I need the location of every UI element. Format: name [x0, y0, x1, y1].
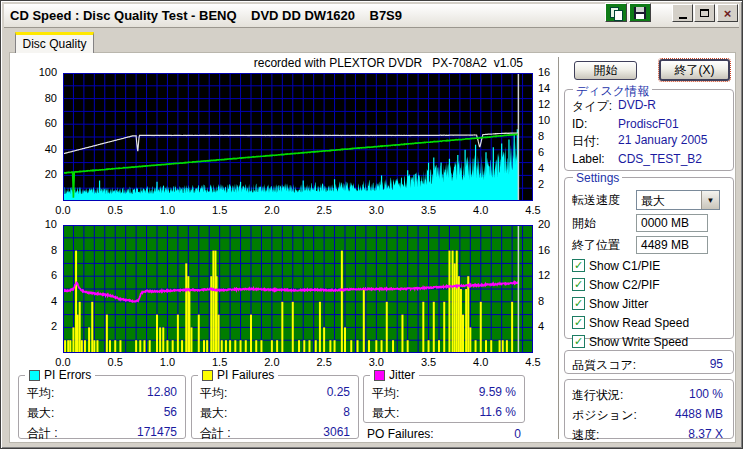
table-row: 平均:9.59 % — [372, 385, 516, 402]
copy-icon — [610, 7, 622, 19]
quality-score-row: 品質スコア:95 — [572, 357, 723, 374]
right-axis-tick-label: 8 — [538, 130, 564, 142]
left-axis-tick-label: 10 — [25, 218, 57, 230]
disc-date-row: 日付:21 January 2005 — [572, 133, 733, 150]
x-axis-tick-label: 0.0 — [48, 204, 78, 216]
bottom-chart — [63, 225, 533, 353]
disc-info-caption: ディスク情報 — [573, 83, 652, 100]
table-row: 合計 :171475 — [27, 425, 177, 442]
left-axis-tick-label: 4 — [25, 295, 57, 307]
start-position-row: 開始 0000 MB — [572, 214, 733, 232]
disc-type-row: タイプ:DVD-R — [572, 98, 733, 115]
pi-failures-swatch-icon — [202, 370, 213, 381]
start-position-field[interactable]: 0000 MB — [636, 214, 708, 232]
save-icon — [634, 7, 646, 19]
transfer-speed-select[interactable]: 最大 ▼ — [636, 190, 720, 210]
progress-row: 進行状況:100 % — [572, 387, 723, 404]
right-axis-tick-label: 6 — [538, 146, 564, 158]
table-row: 合計 :3061 — [200, 425, 350, 442]
checkbox-show-write-speed[interactable]: ✓Show Write Speed — [572, 334, 733, 349]
left-axis-tick-label: 60 — [25, 117, 57, 129]
checkbox-checked-icon: ✓ — [572, 297, 585, 310]
checkbox-checked-icon: ✓ — [572, 335, 585, 348]
end-position-field[interactable]: 4489 MB — [636, 236, 708, 254]
progress-value: 100 % — [689, 387, 723, 404]
right-axis-tick-label: 8 — [538, 295, 564, 307]
pi-failures-legend: PI Failures — [198, 368, 278, 382]
minimize-icon — [679, 17, 687, 19]
x-axis-tick-label: 1.0 — [152, 356, 182, 368]
chevron-down-icon[interactable]: ▼ — [701, 191, 719, 209]
start-button[interactable]: 開始 — [574, 61, 637, 80]
speed-value: 8.37 X — [688, 427, 723, 444]
pi-errors-swatch-icon — [29, 370, 40, 381]
po-failures-value: 0 — [514, 427, 521, 441]
right-axis-tick-label: 14 — [538, 82, 564, 94]
checkbox-show-c1-pie[interactable]: ✓Show C1/PIE — [572, 258, 733, 273]
right-axis-tick-label: 10 — [538, 114, 564, 126]
left-axis-tick-label: 80 — [25, 92, 57, 104]
x-axis-tick-label: 2.5 — [309, 204, 339, 216]
po-failures-row: PO Failures: 0 — [367, 427, 521, 441]
maximize-button[interactable] — [694, 4, 715, 22]
pi-failures-box: PI Failures 平均:0.25 最大:8 合計 :3061 — [191, 375, 359, 439]
disc-label-row: Label:CDS_TEST_B2 — [572, 152, 733, 166]
jitter-box: Jitter 平均:9.59 % 最大:11.6 % — [363, 375, 525, 423]
x-axis-tick-label: 2.5 — [309, 356, 339, 368]
settings-group: 転送速度 最大 ▼ 開始 0000 MB 終了位置 4489 MB ✓Show … — [564, 177, 734, 339]
tab-label: Disc Quality — [22, 37, 86, 51]
table-row: 平均:0.25 — [200, 385, 350, 402]
right-axis-tick-label: 4 — [538, 162, 564, 174]
x-axis-tick-label: 4.0 — [466, 204, 496, 216]
right-axis-tick-label: 16 — [538, 244, 564, 256]
x-axis-tick-label: 0.5 — [100, 204, 130, 216]
left-axis-tick-label: 6 — [25, 269, 57, 281]
checkbox-checked-icon: ✓ — [572, 316, 585, 329]
pi-errors-legend: PI Errors — [25, 368, 95, 382]
window-title: CD Speed : Disc Quality Test - BENQ DVD … — [10, 8, 402, 23]
end-position-row: 終了位置 4489 MB — [572, 236, 733, 254]
x-axis-tick-label: 1.5 — [205, 356, 235, 368]
right-axis-tick-label: 12 — [538, 269, 564, 281]
po-failures-label: PO Failures: — [367, 427, 434, 441]
checkbox-checked-icon: ✓ — [572, 259, 585, 272]
x-axis-tick-label: 4.5 — [518, 356, 548, 368]
checkbox-checked-icon: ✓ — [572, 278, 585, 291]
copy-to-clipboard-button[interactable] — [605, 3, 627, 22]
app-window: CD Speed : Disc Quality Test - BENQ DVD … — [0, 0, 743, 449]
table-row: 最大:56 — [27, 405, 177, 422]
x-axis-tick-label: 3.5 — [414, 204, 444, 216]
pi-errors-box: PI Errors 平均:12.80 最大:56 合計 :171475 — [18, 375, 186, 439]
top-chart — [63, 73, 533, 201]
exit-button[interactable]: 終了(X) — [659, 59, 730, 81]
save-button[interactable] — [629, 3, 651, 22]
table-row: 最大:11.6 % — [372, 405, 516, 422]
x-axis-tick-label: 3.0 — [361, 204, 391, 216]
tab-disc-quality[interactable]: Disc Quality — [15, 32, 94, 53]
disc-id-row: ID:ProdiscF01 — [572, 117, 733, 131]
checkbox-show-read-speed[interactable]: ✓Show Read Speed — [572, 315, 733, 330]
x-axis-tick-label: 2.0 — [257, 356, 287, 368]
x-axis-tick-label: 3.5 — [414, 356, 444, 368]
x-axis-tick-label: 2.0 — [257, 204, 287, 216]
jitter-swatch-icon — [374, 370, 385, 381]
recorded-with-label: recorded with PLEXTOR DVDR PX-708A2 v1.0… — [63, 56, 523, 70]
settings-caption: Settings — [573, 171, 622, 185]
x-axis-tick-label: 4.5 — [518, 204, 548, 216]
right-axis-tick-label: 16 — [538, 66, 564, 78]
x-axis-tick-label: 1.5 — [205, 204, 235, 216]
close-button[interactable]: × — [717, 4, 738, 22]
position-value: 4488 MB — [675, 407, 723, 424]
x-axis-tick-label: 4.0 — [466, 356, 496, 368]
pi-failures-title: PI Failures — [217, 368, 274, 382]
quality-score-value: 95 — [710, 357, 723, 374]
speed-setting-row: 転送速度 最大 ▼ — [572, 190, 733, 210]
checkbox-show-c2-pif[interactable]: ✓Show C2/PIF — [572, 277, 733, 292]
minimize-button[interactable] — [672, 4, 693, 22]
quality-score-group: 品質スコア:95 — [564, 350, 734, 374]
speed-row: 速度:8.37 X — [572, 427, 723, 444]
x-axis-tick-label: 3.0 — [361, 356, 391, 368]
table-row: 最大:8 — [200, 405, 350, 422]
left-axis-tick-label: 40 — [25, 143, 57, 155]
checkbox-show-jitter[interactable]: ✓Show Jitter — [572, 296, 733, 311]
